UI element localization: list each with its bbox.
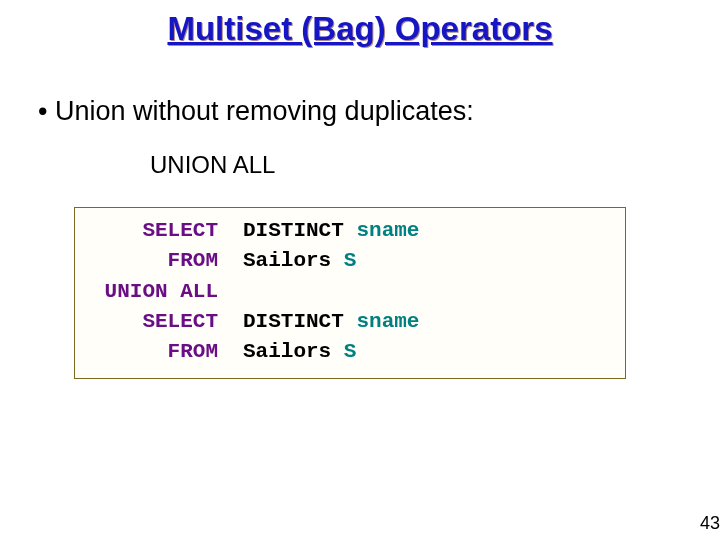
page-number: 43	[700, 513, 720, 534]
sql-identifier: sname	[356, 219, 419, 242]
sql-identifier: S	[344, 249, 357, 272]
sql-arg: Sailors S	[242, 246, 420, 276]
sql-arg	[242, 277, 420, 307]
code-row: FROM Sailors S	[87, 246, 420, 276]
sql-arg-text: DISTINCT	[243, 310, 356, 333]
code-row: FROM Sailors S	[87, 337, 420, 367]
sql-arg-text: Sailors	[243, 340, 344, 363]
code-row: SELECT DISTINCT sname	[87, 216, 420, 246]
code-row: SELECT DISTINCT sname	[87, 307, 420, 337]
sql-keyword: UNION ALL	[87, 277, 242, 307]
slide-title: Multiset (Bag) Operators	[0, 0, 720, 48]
sql-keyword: SELECT	[87, 307, 242, 337]
sql-identifier: S	[344, 340, 357, 363]
bullet-main: Union without removing duplicates:	[38, 96, 720, 127]
slide: Multiset (Bag) Operators Union without r…	[0, 0, 720, 540]
code-row: UNION ALL	[87, 277, 420, 307]
sql-identifier: sname	[356, 310, 419, 333]
sql-keyword: SELECT	[87, 216, 242, 246]
sql-code-table: SELECT DISTINCT sname FROM Sailors S UNI…	[87, 216, 420, 368]
sql-keyword: FROM	[87, 337, 242, 367]
bullet-sub: UNION ALL	[150, 151, 720, 179]
sql-arg-text: Sailors	[243, 249, 344, 272]
sql-arg: DISTINCT sname	[242, 307, 420, 337]
sql-code-box: SELECT DISTINCT sname FROM Sailors S UNI…	[74, 207, 626, 379]
sql-arg: Sailors S	[242, 337, 420, 367]
sql-keyword: FROM	[87, 246, 242, 276]
sql-arg: DISTINCT sname	[242, 216, 420, 246]
sql-arg-text: DISTINCT	[243, 219, 356, 242]
